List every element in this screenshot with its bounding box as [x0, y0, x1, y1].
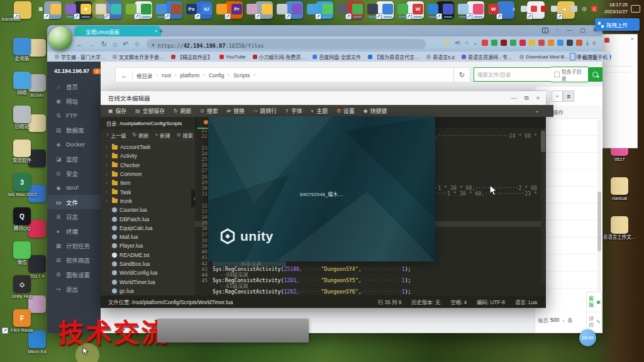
url-field[interactable]: ▲ https://42.194.196.97:16550/files	[147, 39, 426, 49]
forward-icon[interactable]: →	[89, 40, 96, 48]
breadcrumb-item[interactable]: root	[162, 72, 171, 79]
chevron-right-icon[interactable]: ›	[106, 189, 109, 195]
bookmark-item[interactable]: 小刀娱乐网-免费资…	[253, 53, 306, 60]
mobile-bookmarks-button[interactable]: 手机书签	[570, 53, 597, 60]
bookmarks-overflow-icon[interactable]: »	[560, 53, 564, 60]
sidebar-item[interactable]: ⊞ 软件商店	[47, 253, 101, 267]
bookmark-item[interactable]: YouTube	[219, 54, 245, 60]
editor-toolbar-button[interactable]: ↦ 跳转行	[253, 107, 277, 115]
tree-file-item[interactable]: DBPatch.lua	[101, 214, 195, 223]
tray-icon[interactable]	[571, 6, 577, 12]
editor-toolbar-button[interactable]: T 字体	[286, 107, 303, 115]
tree-file-item[interactable]: WorldTimer.lua	[101, 277, 195, 286]
tree-file-item[interactable]: README.txt	[101, 251, 195, 260]
favorite-star-icon[interactable]: ☆	[134, 40, 140, 48]
tray-icon[interactable]	[541, 6, 547, 12]
breadcrumb-item[interactable]: Config	[209, 72, 225, 79]
chevron-right-icon[interactable]: ›	[106, 180, 109, 186]
desktop-icon[interactable]: F↗ FBX Revie	[3, 309, 42, 333]
extension-icon[interactable]	[557, 40, 564, 46]
extension-icon[interactable]	[529, 40, 535, 46]
home-icon[interactable]: ⌂	[113, 40, 117, 48]
taskbar-app-icon[interactable]	[156, 4, 167, 14]
taskbar-app-icon[interactable]	[337, 4, 348, 14]
desktop-icon[interactable]: Q↗ 腾讯QQ	[3, 207, 42, 231]
download-icon[interactable]: ⤓	[586, 39, 589, 47]
editor-toolbar-button[interactable]: ◉ 快捷键	[364, 107, 387, 115]
taskbar-clock[interactable]: 18:17:25 2023/11/27	[604, 1, 628, 15]
desktop-icon[interactable]: 易语言工作文…	[602, 216, 636, 240]
tree-folder-item[interactable]: › Checker	[101, 161, 195, 170]
breadcrumb-item[interactable]: platform	[180, 72, 200, 79]
sidebar-item[interactable]: ↪ 退出	[47, 282, 101, 296]
breadcrumb-item[interactable]: Scripts	[233, 72, 250, 79]
message-badge[interactable]: 0	[93, 69, 101, 74]
sidebar-item[interactable]: ≣ 日志	[47, 209, 101, 224]
tree-file-item[interactable]: Player.lua	[101, 241, 195, 250]
sidebar-item[interactable]: ◈ Docker	[47, 137, 101, 151]
checkbox-icon[interactable]	[554, 72, 560, 77]
extension-icon[interactable]	[519, 40, 526, 46]
chevron-right-icon[interactable]: ›	[106, 162, 109, 168]
tree-folder-item[interactable]: › Common	[101, 170, 195, 178]
customer-service-button[interactable]: ◉客服	[587, 292, 601, 312]
desktop-icon[interactable]: ↗ 回收站	[3, 106, 42, 129]
sidebar-item[interactable]: ◆ WAF	[47, 180, 101, 195]
server-header[interactable]: 42.194.196.97 0	[47, 62, 101, 79]
editor-toolbar-button[interactable]: ⇄ 替换	[227, 107, 245, 115]
taskbar-app-icon[interactable]	[352, 4, 363, 14]
tree-file-item[interactable]: gc.lua	[101, 287, 195, 295]
extension-icon[interactable]	[501, 40, 507, 46]
taskbar-app-icon[interactable]	[111, 4, 121, 14]
sidebar-item[interactable]: ⌂ 首页	[47, 79, 101, 94]
editor-toolbar-button[interactable]: ◐ 主题	[311, 107, 327, 115]
editor-toolbar-button[interactable]: ▤ 全部保存	[135, 107, 165, 115]
editor-toolbar-button[interactable]: ▣ 保存	[108, 107, 126, 115]
bookmark-item[interactable]: 【我为易语言代言…	[368, 53, 419, 60]
refresh-button[interactable]: ↻	[453, 67, 470, 83]
page-size-selector[interactable]: 每页 500 ⌄ 条	[538, 316, 573, 324]
editor-close-button[interactable]: ×	[536, 94, 540, 102]
taskbar-app-icon[interactable]	[397, 4, 408, 14]
taskbar-app-icon[interactable]	[141, 4, 152, 14]
bookmark-item[interactable]: 百度网盘-全部文件	[313, 53, 361, 60]
sidebar-item[interactable]: ▤ 数据库	[47, 123, 101, 137]
tray-icon[interactable]	[551, 6, 557, 12]
editor-maximize-button[interactable]: ⧉	[525, 94, 529, 102]
taskbar-app-icon[interactable]	[458, 4, 469, 14]
search-button[interactable]	[588, 67, 602, 82]
taskbar-app-icon[interactable]	[50, 4, 61, 14]
taskbar-app-icon[interactable]	[247, 4, 257, 14]
taskbar-app-icon[interactable]	[307, 4, 318, 14]
desktop-icon[interactable]: 3↗ 3ds Max 2022	[3, 173, 42, 197]
incognito-icon[interactable]: ◌	[556, 27, 559, 33]
bookmark-item[interactable]: 【精品软件区】	[171, 53, 213, 60]
tree-folder-item[interactable]: › Task	[101, 187, 195, 196]
editor-toolbar-button[interactable]: ⊙ 搜索	[200, 107, 218, 115]
tree-file-item[interactable]: WorldConfig.lua	[101, 268, 195, 277]
taskbar-app-icon[interactable]	[126, 4, 136, 14]
search-input[interactable]	[474, 67, 551, 82]
taskbar-app-icon[interactable]: iU	[201, 4, 212, 14]
tree-folder-item[interactable]: › AccountTask	[101, 143, 195, 151]
breadcrumb-item[interactable]: 根目录	[136, 72, 153, 79]
fragment-close-icon[interactable]: ×	[631, 36, 634, 42]
sidebar-item[interactable]: ▦ 计划任务	[47, 238, 101, 253]
taskbar-app-icon[interactable]	[216, 4, 227, 14]
detail-view-toggle[interactable]: ≣	[563, 90, 574, 102]
taskbar-app-icon[interactable]	[292, 4, 303, 14]
toolbar-chevron-icon[interactable]: ⌄	[535, 107, 540, 114]
tree-toolbar-button[interactable]: ↑ 上一级	[106, 131, 126, 139]
desktop-icon[interactable]: ◇↗ Unity Hub	[3, 275, 42, 299]
taskbar-app-icon[interactable]: ⊞	[35, 4, 46, 14]
taskbar-app-icon[interactable]	[171, 4, 182, 14]
extension-icon[interactable]	[548, 40, 554, 46]
desktop-icon[interactable]: ↗ 此电脑	[3, 38, 42, 62]
breadcrumb-back-icon[interactable]: ←	[121, 72, 133, 79]
chevron-right-icon[interactable]: ›	[106, 172, 109, 177]
sidebar-item[interactable]: ◪ 监控	[47, 151, 101, 166]
sidebar-item[interactable]: ⇅ FTP	[47, 108, 101, 123]
notification-center-icon[interactable]	[631, 5, 640, 13]
chevron-right-icon[interactable]: ›	[106, 153, 109, 159]
scrollbar-thumb[interactable]	[597, 192, 601, 251]
